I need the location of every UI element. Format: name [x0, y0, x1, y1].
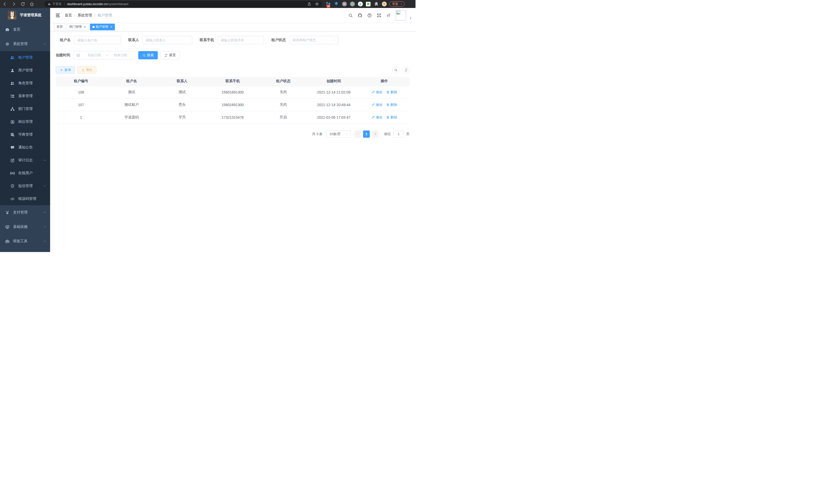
- extension-chat-icon[interactable]: [366, 2, 371, 7]
- status-select[interactable]: 请选择租户状态: [289, 36, 338, 44]
- sidebar-item-role-mgmt[interactable]: 角色管理: [0, 77, 50, 90]
- add-button[interactable]: 新增: [56, 66, 75, 73]
- sidebar-item-dict-mgmt[interactable]: 字典管理: [0, 128, 50, 141]
- help-icon[interactable]: [367, 13, 372, 18]
- chevron-down-icon: [43, 225, 46, 228]
- sidebar-item-audit-log[interactable]: 审计日志: [0, 154, 50, 167]
- sidebar-item-label: 角色管理: [18, 81, 33, 86]
- sidebar-item-label: 系统管理: [13, 41, 28, 46]
- sidebar-item-infrastructure[interactable]: 基础设施: [0, 219, 50, 234]
- sidebar-item-label: 字典管理: [18, 132, 33, 137]
- header-search-icon[interactable]: [348, 13, 353, 18]
- breadcrumb: 首页 / 系统管理 / 租户管理: [65, 13, 112, 18]
- sidebar-item-system-mgmt[interactable]: 系统管理: [0, 37, 50, 51]
- chevron-down-icon[interactable]: [409, 16, 412, 19]
- page-size-select[interactable]: 10条/页: [326, 130, 351, 138]
- search-icon: [142, 54, 146, 57]
- filter-create-time: 创建时间 开始日期 - 结束日期: [56, 51, 135, 59]
- column-header: 联系人: [157, 77, 207, 86]
- gear-icon: [5, 42, 9, 46]
- sidebar-item-label: 审计日志: [18, 158, 33, 162]
- tab-label: 部门管理: [69, 25, 82, 29]
- add-label: 新增: [64, 68, 71, 72]
- search-button[interactable]: 搜索: [138, 51, 158, 59]
- share-icon[interactable]: [307, 2, 311, 6]
- browser-update-button[interactable]: 更新: [389, 1, 405, 7]
- app-logo-row[interactable]: 芋道管理系统: [0, 8, 50, 22]
- sidebar-item-home[interactable]: 首页: [0, 22, 50, 37]
- extension-recorder-icon[interactable]: [350, 2, 355, 7]
- sidebar-item-label: 基础设施: [13, 225, 28, 229]
- sidebar-item-dev-tools[interactable]: 研发工具: [0, 234, 50, 248]
- close-icon[interactable]: ×: [110, 25, 113, 29]
- column-header: 租户名: [106, 77, 157, 86]
- fullscreen-icon[interactable]: [377, 13, 381, 18]
- cell-tenant-name: 芋道源码: [106, 111, 157, 124]
- github-icon[interactable]: [358, 13, 362, 18]
- extension-adblock-icon[interactable]: 10: [326, 2, 331, 7]
- edit-link[interactable]: 修改: [372, 90, 382, 94]
- tab-tenant-mgmt[interactable]: 租户管理×: [90, 24, 115, 30]
- font-size-icon[interactable]: [386, 13, 391, 18]
- field-label: 租户名: [60, 38, 71, 42]
- reset-button[interactable]: 重置: [160, 51, 180, 59]
- sidebar-item-post-mgmt[interactable]: 岗位管理: [0, 115, 50, 128]
- sidebar-item-sms-mgmt[interactable]: 短信管理: [0, 180, 50, 192]
- cell-created: 2021-01-05 17:03:47: [309, 111, 359, 124]
- table-row[interactable]: 1 芋道源码 芋艿 17321315478 开启 2021-01-05 17:0…: [56, 111, 409, 124]
- export-button[interactable]: 导出: [77, 66, 96, 73]
- extension-balloon-icon[interactable]: [334, 2, 339, 7]
- delete-link[interactable]: 删除: [386, 90, 397, 94]
- breadcrumb-home[interactable]: 首页: [65, 13, 72, 18]
- extensions-puzzle-icon[interactable]: [374, 2, 379, 7]
- field-label: 创建时间: [56, 53, 70, 58]
- next-page-button[interactable]: [372, 130, 378, 138]
- delete-link[interactable]: 删除: [386, 102, 397, 107]
- tenant-name-input[interactable]: [74, 36, 121, 44]
- extension-command-icon[interactable]: [342, 2, 347, 7]
- browser-reload-button[interactable]: [21, 2, 25, 6]
- contact-name-input[interactable]: [142, 36, 192, 44]
- chevron-down-icon: [333, 38, 336, 41]
- monitor-icon: [5, 225, 9, 229]
- edit-link[interactable]: 修改: [372, 115, 382, 120]
- user-avatar[interactable]: [396, 10, 406, 21]
- contact-mobile-input[interactable]: [218, 36, 264, 44]
- chevron-right-icon: [374, 132, 377, 136]
- bookmark-star-icon[interactable]: [315, 2, 319, 6]
- sidebar-item-user-mgmt[interactable]: 用户管理: [0, 64, 50, 77]
- tab-dept-mgmt[interactable]: 部门管理×: [67, 24, 88, 30]
- sidebar-item-pay-mgmt[interactable]: 支付管理: [0, 205, 50, 219]
- extension-yuque-icon[interactable]: y: [358, 2, 363, 7]
- sidebar-item-notice[interactable]: 通知公告: [0, 141, 50, 154]
- refresh-icon: [165, 54, 168, 57]
- goto-page-input[interactable]: [393, 130, 404, 138]
- sidebar-item-label: 通知公告: [18, 145, 33, 150]
- breadcrumb-system[interactable]: 系统管理: [78, 13, 92, 18]
- profile-avatar-icon[interactable]: [381, 2, 387, 7]
- date-range-picker[interactable]: 开始日期 - 结束日期: [74, 51, 135, 59]
- table-row[interactable]: 108 测试 测试 15601691300 关闭 2021-12-14 21:0…: [56, 86, 409, 98]
- browser-forward-button[interactable]: [11, 2, 16, 6]
- show-search-button[interactable]: [392, 66, 399, 73]
- browser-home-button[interactable]: [30, 2, 34, 6]
- delete-link[interactable]: 删除: [386, 115, 397, 120]
- refresh-table-button[interactable]: [402, 66, 409, 73]
- tab-home[interactable]: 首页: [54, 24, 65, 30]
- sidebar-item-dept-mgmt[interactable]: 部门管理: [0, 102, 50, 115]
- table-row[interactable]: 107 测试租户 秃头 15601691300 关闭 2021-12-14 20…: [56, 98, 409, 111]
- sidebar-item-tenant-mgmt[interactable]: 租户管理: [0, 51, 50, 64]
- cell-created: 2021-12-14 20:49:44: [309, 98, 359, 111]
- filter-contact-mobile: 联系手机: [200, 36, 264, 44]
- close-icon[interactable]: ×: [83, 25, 87, 29]
- prev-page-button[interactable]: [354, 130, 361, 138]
- page-number-1[interactable]: 1: [363, 130, 370, 138]
- site-security-chip[interactable]: 不安全: [48, 2, 62, 6]
- sidebar-item-error-code[interactable]: 错误码管理: [0, 192, 50, 205]
- address-bar[interactable]: 不安全 dashboard.yudao.iocoder.cn/system/te…: [45, 1, 322, 7]
- sidebar-item-online-users[interactable]: 在线用户: [0, 167, 50, 180]
- edit-link[interactable]: 修改: [372, 102, 382, 107]
- browser-back-button[interactable]: [3, 2, 7, 6]
- sidebar-item-menu-mgmt[interactable]: 菜单管理: [0, 90, 50, 102]
- sidebar-fold-icon[interactable]: [55, 13, 60, 18]
